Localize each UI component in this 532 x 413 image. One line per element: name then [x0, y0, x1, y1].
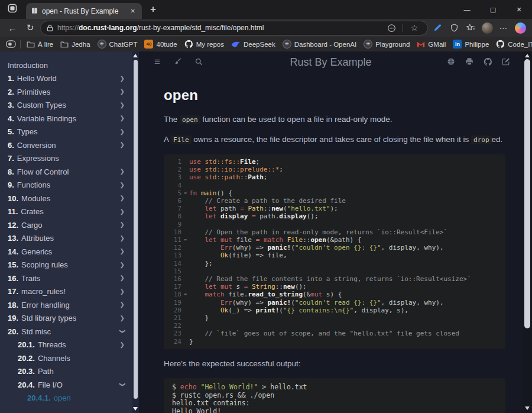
- tab-close-icon[interactable]: ✕: [129, 8, 137, 14]
- chevron-right-icon[interactable]: ❯: [120, 262, 125, 268]
- sidebar-item-traits[interactable]: 16.Traits❯: [0, 272, 132, 285]
- page-scrollbar[interactable]: [523, 51, 532, 413]
- chevron-right-icon[interactable]: ❯: [120, 169, 125, 175]
- new-tab-button[interactable]: +: [150, 4, 156, 15]
- chevron-right-icon[interactable]: ❯: [120, 315, 125, 321]
- sidebar-item-attributes[interactable]: 13.Attributes❯: [0, 232, 132, 246]
- page-scroll-down-arrow[interactable]: [525, 406, 530, 410]
- sidebar-item-types[interactable]: 5.Types❯: [0, 125, 132, 139]
- chevron-right-icon[interactable]: ❯: [120, 142, 125, 148]
- language-globe-icon[interactable]: [446, 57, 456, 66]
- sidebar-item-file-i-o[interactable]: 20.4.File I/O❯: [0, 378, 132, 392]
- fold-marker-icon[interactable]: ▬: [181, 291, 189, 298]
- bookmark-gmail[interactable]: GMail: [413, 40, 449, 49]
- sidebar-item-modules[interactable]: 10.Modules❯: [0, 192, 132, 205]
- sidebar-item-generics[interactable]: 14.Generics❯: [0, 245, 132, 259]
- chevron-right-icon[interactable]: ❯: [120, 102, 125, 108]
- favorite-star-icon[interactable]: ☆: [407, 21, 421, 35]
- close-button[interactable]: ✕: [506, 0, 532, 19]
- bookmark-my-repos[interactable]: My repos: [181, 38, 228, 50]
- chevron-right-icon[interactable]: ❯: [120, 275, 125, 281]
- sidebar-item-introduction[interactable]: Introduction: [0, 59, 132, 72]
- print-icon[interactable]: [465, 57, 474, 66]
- sidebar-scroll-up-arrow[interactable]: [133, 54, 138, 57]
- chapter-label: Types: [17, 127, 38, 136]
- sidebar-item-open[interactable]: 20.4.1.open: [0, 392, 132, 405]
- sidebar-item-custom-types[interactable]: 3.Custom Types❯: [0, 99, 132, 112]
- page-scroll-up-arrow[interactable]: [525, 54, 530, 57]
- chevron-right-icon[interactable]: ❯: [120, 115, 125, 121]
- sidebar-item-channels[interactable]: 20.2.Channels: [0, 351, 132, 365]
- theme-brush-icon[interactable]: [173, 57, 183, 66]
- browser-tab[interactable]: open - Rust By Example ✕: [26, 3, 142, 19]
- back-button[interactable]: ←: [5, 23, 20, 33]
- chevron-right-icon[interactable]: ❯: [120, 235, 125, 241]
- chevron-right-icon[interactable]: ❯: [120, 182, 125, 188]
- minimize-button[interactable]: —: [454, 0, 480, 19]
- page-scrollbar-thumb[interactable]: [524, 59, 530, 328]
- address-bar[interactable]: https://doc.rust-lang.org/rust-by-exampl…: [40, 21, 428, 36]
- sidebar-item-functions[interactable]: 9.Functions❯: [0, 179, 132, 192]
- chevron-right-icon[interactable]: ❯: [120, 195, 125, 201]
- chevron-down-icon[interactable]: ❯: [119, 382, 125, 387]
- bookmark-code-itv[interactable]: Code_ITV: [492, 38, 532, 50]
- chevron-right-icon[interactable]: ❯: [120, 89, 125, 95]
- search-icon[interactable]: [194, 57, 203, 66]
- sidebar-item-hello-world[interactable]: 1.Hello World❯: [0, 72, 132, 86]
- sidebar-item-std-misc[interactable]: 20.Std misc❯: [0, 325, 132, 338]
- sidebar-item-threads[interactable]: 20.1.Threads❯: [0, 338, 132, 352]
- code-line: 11▬ let mut file = match File::open(&pat…: [164, 236, 505, 244]
- sidebar-item-scoping-rules[interactable]: 15.Scoping rules❯: [0, 259, 132, 272]
- bookmark-playground[interactable]: ✳Playground: [360, 38, 413, 50]
- chevron-down-icon[interactable]: ❯: [119, 329, 125, 334]
- chevron-right-icon[interactable]: ❯: [120, 249, 125, 254]
- fold-marker-icon[interactable]: ▬: [181, 189, 189, 197]
- github-icon[interactable]: [483, 57, 492, 66]
- sidebar-item-std-library-types[interactable]: 19.Std library types❯: [0, 312, 132, 325]
- bookmark-jedha[interactable]: Jedha: [57, 40, 93, 49]
- copilot-icon[interactable]: [513, 21, 527, 35]
- sidebar-item-flow-of-control[interactable]: 8.Flow of Control❯: [0, 165, 132, 179]
- sidebar-item-macro-rules[interactable]: 17.macro_rules!❯: [0, 285, 132, 299]
- page-actions-icon[interactable]: [384, 21, 398, 35]
- maximize-button[interactable]: ▢: [480, 0, 506, 19]
- sidebar-item-path[interactable]: 20.3.Path: [0, 365, 132, 379]
- bookmark-40tude[interactable]: 4040tude: [141, 38, 180, 50]
- chevron-right-icon[interactable]: ❯: [120, 129, 125, 135]
- sidebar-item-variable-bindings[interactable]: 4.Variable Bindings❯: [0, 112, 132, 125]
- sidebar-item-expressions[interactable]: 7.Expressions: [0, 152, 132, 166]
- bookmark-deepseek[interactable]: DeepSeek: [228, 40, 279, 49]
- shell-output-block[interactable]: $ echo "Hello World!" > hello.txt$ rustc…: [164, 378, 505, 413]
- sidebar-scroll-down-arrow[interactable]: [133, 407, 138, 411]
- profile-avatar[interactable]: [480, 21, 494, 35]
- sidebar-item-error-handling[interactable]: 18.Error handling❯: [0, 298, 132, 312]
- sidebar-toggle-icon[interactable]: ≡: [153, 57, 162, 66]
- sidebar-scrollbar[interactable]: [132, 51, 139, 413]
- chevron-right-icon[interactable]: ❯: [120, 76, 125, 82]
- bookmark-lire[interactable]: À lire: [23, 40, 57, 49]
- chevron-right-icon[interactable]: ❯: [120, 289, 125, 295]
- bookmark-dashboard-openai[interactable]: ✳Dashboard - OpenAI: [279, 38, 360, 50]
- sidebar-item-crates[interactable]: 11.Crates❯: [0, 205, 132, 219]
- sidebar-scrollbar-thumb[interactable]: [134, 60, 138, 399]
- chevron-right-icon[interactable]: ❯: [120, 342, 125, 348]
- chevron-right-icon[interactable]: ❯: [120, 209, 125, 215]
- chevron-right-icon[interactable]: ❯: [120, 222, 125, 228]
- edit-icon[interactable]: [501, 57, 511, 66]
- bookmarks-hub-icon[interactable]: [4, 37, 18, 51]
- bookmark-philippe[interactable]: inPhilippe: [449, 38, 492, 50]
- sidebar-item-primitives[interactable]: 2.Primitives❯: [0, 85, 132, 99]
- chevron-right-icon[interactable]: ❯: [120, 302, 125, 308]
- sidebar-item-cargo[interactable]: 12.Cargo❯: [0, 218, 132, 232]
- more-menu-button[interactable]: ⋯: [497, 21, 511, 35]
- rust-code-block[interactable]: 1use std::fs::File;2use std::io::prelude…: [164, 154, 505, 349]
- pen-extension-icon[interactable]: [430, 21, 445, 35]
- bookmark-chatgpt[interactable]: ✳ChatGPT: [94, 38, 141, 50]
- sidebar-item-conversion[interactable]: 6.Conversion❯: [0, 138, 132, 152]
- tab-actions-button[interactable]: [5, 2, 20, 17]
- refresh-button[interactable]: ↻: [22, 22, 38, 33]
- collections-icon[interactable]: [463, 21, 478, 35]
- chapter-number: 1.: [8, 74, 14, 83]
- shield-extension-icon[interactable]: [447, 21, 461, 35]
- fold-marker-icon[interactable]: ▬: [181, 236, 189, 244]
